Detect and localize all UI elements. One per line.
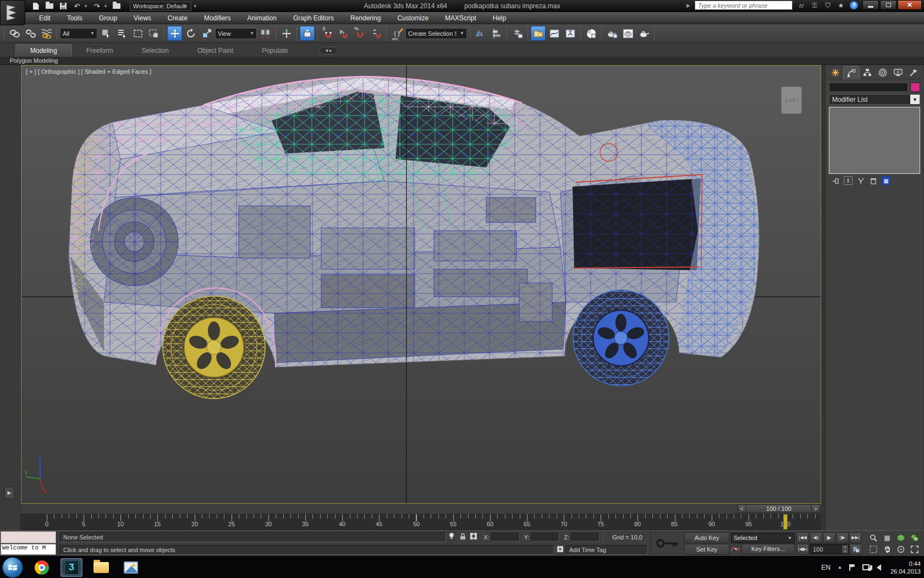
render-setup-icon[interactable] <box>604 26 619 41</box>
clock[interactable]: 0:44 26.04.2013 <box>890 560 921 575</box>
search-input[interactable] <box>695 1 793 10</box>
ribbon-tab-populate[interactable]: Populate <box>248 45 302 57</box>
orbit-arc-rotate-icon[interactable] <box>894 544 908 555</box>
taskbar-chrome-icon[interactable] <box>31 558 53 577</box>
isolate-selection-lightbulb-icon[interactable] <box>446 532 457 542</box>
ribbon-tab-modeling[interactable]: Modeling <box>15 44 72 57</box>
unlink-selection-icon[interactable] <box>23 26 38 41</box>
workspace-dropdown[interactable]: Workspace: Default ▼ <box>130 2 191 11</box>
next-frame-arrow-icon[interactable]: > <box>811 504 820 513</box>
volume-icon[interactable] <box>877 564 881 571</box>
previous-frame-icon[interactable]: ◀|| <box>810 532 822 543</box>
angle-snap-toggle-icon[interactable] <box>337 26 351 41</box>
go-to-start-icon[interactable]: |◀◀ <box>796 532 809 543</box>
action-center-flag-icon[interactable] <box>849 564 855 571</box>
ribbon-tab-freeform[interactable]: Freeform <box>72 45 128 57</box>
ribbon-tab-selection[interactable]: Selection <box>127 45 183 57</box>
play-animation-icon[interactable]: ▶ <box>823 532 835 543</box>
modify-tab-icon[interactable] <box>843 66 860 79</box>
select-by-name-icon[interactable] <box>114 26 129 41</box>
absolute-offset-toggle-icon[interactable] <box>468 532 479 542</box>
render-production-icon[interactable] <box>636 26 651 41</box>
material-editor-icon[interactable] <box>584 26 598 41</box>
time-configuration-icon[interactable] <box>850 544 862 555</box>
menu-create[interactable]: Create <box>160 12 196 24</box>
maximize-button[interactable] <box>880 0 897 10</box>
key-mode-dropdown[interactable]: Selected ▼ <box>731 533 795 543</box>
minimize-button[interactable] <box>862 0 879 10</box>
hierarchy-tab-icon[interactable] <box>860 66 875 79</box>
current-frame-field[interactable]: 100 ▲▼ <box>810 544 849 554</box>
network-icon[interactable] <box>862 564 870 570</box>
selection-filter-dropdown[interactable]: All▼ <box>60 28 97 39</box>
selection-lock-icon[interactable] <box>457 533 468 542</box>
redo-dropdown-icon[interactable]: ▼ <box>103 4 108 9</box>
add-time-tag-field[interactable]: Add Time Tag <box>565 545 648 555</box>
modifier-stack-list[interactable] <box>829 107 920 174</box>
listener-row[interactable]: Welcome to M <box>1 544 56 555</box>
create-tab-icon[interactable] <box>828 66 843 79</box>
object-color-swatch[interactable] <box>910 83 920 92</box>
expand-panel-arrow-icon[interactable]: ▶ <box>4 487 14 499</box>
menu-rendering[interactable]: Rendering <box>342 12 389 24</box>
zoom-extents-icon[interactable] <box>894 532 908 543</box>
schematic-view-icon[interactable] <box>563 26 578 41</box>
menu-customize[interactable]: Customize <box>389 12 437 24</box>
named-selection-sets-dropdown[interactable]: Create Selection Se▼ <box>405 28 467 39</box>
maxscript-mini-listener[interactable]: Welcome to M <box>0 531 57 556</box>
field-of-view-icon[interactable] <box>867 544 880 555</box>
select-and-move-icon[interactable] <box>167 26 182 41</box>
utilities-tab-icon[interactable] <box>906 66 921 79</box>
project-folder-icon[interactable] <box>112 2 122 10</box>
maximize-viewport-toggle-icon[interactable] <box>908 544 921 555</box>
taskbar-image-viewer-icon[interactable] <box>120 558 142 577</box>
auto-key-button[interactable]: Auto Key <box>684 532 729 543</box>
spinner-snap-toggle-icon[interactable] <box>369 26 383 41</box>
search-binoculars-icon[interactable]: ⌭ <box>797 2 806 9</box>
language-indicator[interactable]: EN <box>821 564 831 571</box>
time-slider-track[interactable]: < 100 / 100 > <box>21 504 821 514</box>
snaps-toggle-icon[interactable]: 3 <box>321 26 336 41</box>
default-in-out-tangents-icon[interactable] <box>731 545 740 553</box>
select-object-icon[interactable] <box>98 26 113 41</box>
set-key-button[interactable]: Set Key <box>684 544 729 555</box>
curve-editor-icon[interactable] <box>547 26 562 41</box>
new-file-icon[interactable] <box>31 2 41 10</box>
select-and-manipulate-icon[interactable] <box>279 26 294 41</box>
modifier-list-dropdown[interactable]: Modifier List ▼ <box>829 94 920 105</box>
percent-snap-toggle-icon[interactable]: % <box>353 26 367 41</box>
menu-help[interactable]: Help <box>485 12 515 24</box>
current-frame-marker[interactable] <box>783 514 788 530</box>
make-unique-icon[interactable] <box>856 176 865 185</box>
select-and-scale-icon[interactable] <box>199 26 214 41</box>
motion-tab-icon[interactable] <box>875 66 890 79</box>
menu-tools[interactable]: Tools <box>59 12 91 24</box>
zoom-all-icon[interactable]: ▦ <box>881 532 894 543</box>
viewport-orthographic[interactable]: [ + ] [ Orthographic ] [ Shaded + Edged … <box>21 65 821 504</box>
track-bar[interactable]: 0 5 10 15 20 25 30 35 40 45 50 55 60 65 … <box>21 514 821 530</box>
undo-icon[interactable]: ↶ <box>72 2 82 10</box>
zoom-extents-all-icon[interactable] <box>908 532 921 543</box>
windows-start-button[interactable] <box>2 557 23 578</box>
mirror-icon[interactable] <box>473 26 488 41</box>
viewport-label[interactable]: [ + ] [ Orthographic ] [ Shaded + Edged … <box>26 68 151 75</box>
zoom-icon[interactable] <box>867 532 880 543</box>
key-filters-button[interactable]: Key Filters... <box>741 544 795 554</box>
undo-dropdown-icon[interactable]: ▼ <box>84 4 88 9</box>
pin-stack-icon[interactable] <box>831 176 840 185</box>
track-bar-ruler[interactable]: 0 5 10 15 20 25 30 35 40 45 50 55 60 65 … <box>47 514 817 530</box>
taskbar-explorer-folder-icon[interactable] <box>90 558 112 577</box>
taskbar-3dsmax-icon[interactable]: Ӡ <box>61 558 82 577</box>
select-and-rotate-icon[interactable] <box>183 26 198 41</box>
menu-views[interactable]: Views <box>125 12 160 24</box>
selected-only-toggle-icon[interactable] <box>554 546 565 554</box>
remove-modifier-icon[interactable] <box>869 176 878 185</box>
ribbon-minimize-icon[interactable]: ▼▾ <box>319 47 338 54</box>
go-to-end-icon[interactable]: ▶▶| <box>849 532 862 543</box>
time-slider-handle[interactable]: < 100 / 100 > <box>738 504 820 513</box>
set-keys-button[interactable] <box>650 531 684 556</box>
polygon-modeling-panel-label[interactable]: Polygon Modeling <box>10 57 58 64</box>
select-and-link-icon[interactable] <box>7 26 22 41</box>
communication-center-icon[interactable]: ⛉ <box>823 2 832 9</box>
edit-named-selection-sets-icon[interactable]: { } ABC <box>389 26 404 41</box>
